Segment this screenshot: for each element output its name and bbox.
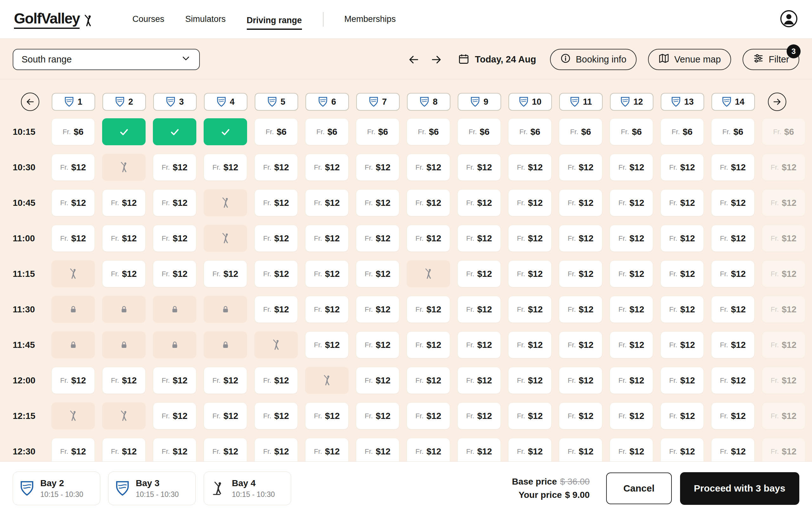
slot-available[interactable]: Fr.$12 [204,438,247,465]
slot-available[interactable]: Fr.$6 [407,118,450,145]
slot-available[interactable]: Fr.$12 [102,438,146,465]
slot-available[interactable]: Fr.$12 [711,154,755,181]
slot-available[interactable]: Fr.$12 [508,402,552,429]
slot-available[interactable]: Fr.$12 [559,331,602,358]
slot-available[interactable]: Fr.$12 [660,154,704,181]
slot-available[interactable]: Fr.$12 [711,402,755,429]
slot-available[interactable]: Fr.$12 [457,296,501,323]
slot-available[interactable]: Fr.$12 [102,367,146,394]
slot-available[interactable]: Fr.$12 [356,331,399,358]
slot-available[interactable]: Fr.$12 [356,225,399,252]
slot-available[interactable]: Fr.$12 [660,331,704,358]
slot-available[interactable]: Fr.$12 [254,189,298,216]
slot-available[interactable]: Fr.$12 [559,225,602,252]
slot-available[interactable]: Fr.$12 [711,331,755,358]
slot-available[interactable]: Fr.$12 [153,189,196,216]
slot-available[interactable]: Fr.$12 [610,367,653,394]
slot-available[interactable]: Fr.$12 [254,438,298,465]
slot-available[interactable]: Fr.$12 [153,402,196,429]
slot-available[interactable]: Fr.$12 [610,225,653,252]
bay-header-11[interactable]: 11 [559,93,603,111]
slot-available[interactable]: Fr.$12 [610,331,653,358]
slot-available[interactable]: Fr.$12 [762,225,805,252]
slot-available[interactable]: Fr.$6 [254,118,298,145]
slot-selected[interactable] [102,118,146,145]
slot-available[interactable]: Fr.$12 [559,296,602,323]
slot-available[interactable]: Fr.$12 [457,402,501,429]
slot-available[interactable]: Fr.$12 [457,154,501,181]
slot-available[interactable]: Fr.$12 [457,367,501,394]
slot-available[interactable]: Fr.$12 [660,260,704,287]
slot-available[interactable]: Fr.$12 [457,225,501,252]
slot-available[interactable]: Fr.$12 [508,296,552,323]
slot-available[interactable]: Fr.$12 [457,189,501,216]
proceed-button[interactable]: Proceed with 3 bays [680,472,799,505]
bay-header-5[interactable]: 5 [255,93,298,111]
date-picker[interactable]: Today, 24 Aug [458,53,536,66]
brand-logo[interactable]: GolfValley [14,10,95,29]
slot-available[interactable]: Fr.$12 [711,260,755,287]
slot-available[interactable]: Fr.$12 [356,154,399,181]
slot-available[interactable]: Fr.$12 [762,296,805,323]
slot-available[interactable]: Fr.$6 [559,118,602,145]
bay-header-8[interactable]: 8 [407,93,451,111]
slot-available[interactable]: Fr.$12 [254,296,298,323]
slot-available[interactable]: Fr.$12 [305,331,349,358]
slot-available[interactable]: Fr.$12 [660,367,704,394]
slot-available[interactable]: Fr.$12 [762,438,805,465]
slot-available[interactable]: Fr.$12 [102,189,146,216]
prev-day-button[interactable] [406,52,422,67]
slot-available[interactable]: Fr.$6 [610,118,653,145]
slot-available[interactable]: Fr.$12 [508,189,552,216]
slot-available[interactable]: Fr.$12 [254,225,298,252]
slot-available[interactable]: Fr.$12 [457,438,501,465]
bay-header-12[interactable]: 12 [610,93,654,111]
selected-bay-card[interactable]: Bay 210:15 - 10:30 [13,472,100,505]
venue-map-button[interactable]: Venue map [648,49,731,70]
bay-header-6[interactable]: 6 [306,93,349,111]
slot-available[interactable]: Fr.$12 [711,438,755,465]
slot-available[interactable]: Fr.$12 [305,225,349,252]
slot-available[interactable]: Fr.$12 [254,402,298,429]
slot-available[interactable]: Fr.$12 [508,438,552,465]
slot-available[interactable]: Fr.$6 [51,118,95,145]
slot-available[interactable]: Fr.$12 [51,438,95,465]
slot-available[interactable]: Fr.$12 [305,189,349,216]
slot-available[interactable]: Fr.$12 [102,225,146,252]
slot-available[interactable]: Fr.$12 [762,189,805,216]
slot-available[interactable]: Fr.$12 [559,438,602,465]
slot-available[interactable]: Fr.$12 [254,367,298,394]
slot-available[interactable]: Fr.$6 [305,118,349,145]
slot-available[interactable]: Fr.$6 [711,118,755,145]
bay-header-14[interactable]: 14 [712,93,755,111]
next-day-button[interactable] [429,52,444,67]
slot-available[interactable]: Fr.$12 [407,402,450,429]
slot-available[interactable]: Fr.$12 [559,367,602,394]
filter-button[interactable]: Filter 3 [743,49,799,70]
slot-available[interactable]: Fr.$12 [204,154,247,181]
bay-header-1[interactable]: 1 [52,93,95,111]
slot-available[interactable]: Fr.$12 [711,296,755,323]
bay-header-3[interactable]: 3 [153,93,197,111]
slot-available[interactable]: Fr.$12 [305,260,349,287]
slot-available[interactable]: Fr.$12 [51,154,95,181]
slot-available[interactable]: Fr.$12 [204,260,247,287]
slot-available[interactable]: Fr.$12 [711,189,755,216]
bay-header-4[interactable]: 4 [204,93,248,111]
slot-available[interactable]: Fr.$12 [407,331,450,358]
slot-available[interactable]: Fr.$12 [356,189,399,216]
slot-available[interactable]: Fr.$12 [508,225,552,252]
bay-header-13[interactable]: 13 [661,93,704,111]
slot-available[interactable]: Fr.$12 [559,154,602,181]
account-button[interactable] [780,9,798,29]
slot-available[interactable]: Fr.$12 [153,260,196,287]
slot-available[interactable]: Fr.$12 [407,189,450,216]
slot-available[interactable]: Fr.$12 [508,331,552,358]
nav-memberships[interactable]: Memberships [345,12,396,27]
slot-selected[interactable] [204,118,247,145]
slot-available[interactable]: Fr.$12 [356,438,399,465]
slot-available[interactable]: Fr.$6 [457,118,501,145]
bay-header-2[interactable]: 2 [103,93,146,111]
selected-bay-card[interactable]: Bay 410:15 - 10:30 [204,472,291,505]
nav-simulators[interactable]: Simulators [185,12,226,27]
